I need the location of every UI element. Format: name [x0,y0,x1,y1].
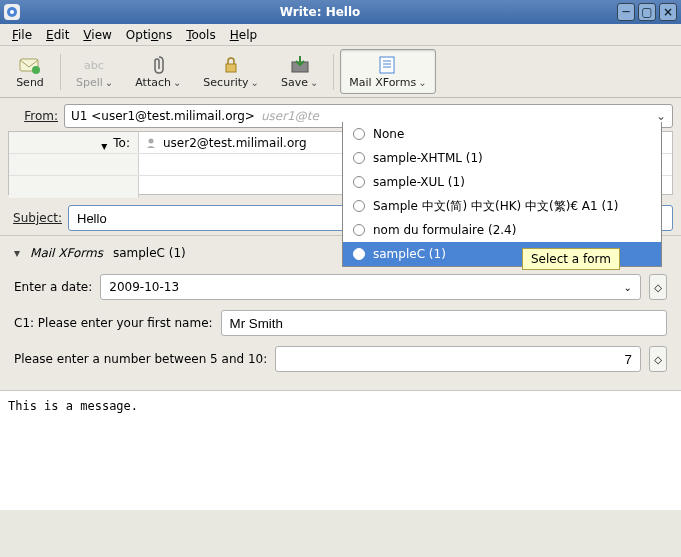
spell-icon: abc [83,54,107,76]
svg-point-11 [149,138,154,143]
name-input[interactable] [221,310,667,336]
from-label: From: [8,109,64,123]
chevron-down-icon: ⌄ [251,77,259,88]
menu-indicator-icon: ▾ [101,139,109,147]
xforms-option[interactable]: sample-XUL (1) [343,170,661,194]
toolbar: Send abc Spell⌄ Attach⌄ Security⌄ Save⌄ … [0,46,681,98]
radio-icon [353,224,365,236]
menu-tools[interactable]: Tools [180,26,222,44]
xforms-option[interactable]: sample-XHTML (1) [343,146,661,170]
number-label: Please enter a number between 5 and 10: [14,352,267,366]
svg-text:abc: abc [84,59,104,72]
svg-point-3 [32,66,40,74]
menu-options[interactable]: Options [120,26,178,44]
radio-icon [353,248,365,260]
menu-help[interactable]: Help [224,26,263,44]
attach-button[interactable]: Attach⌄ [126,49,190,94]
menu-edit[interactable]: Edit [40,26,75,44]
xforms-option[interactable]: Sample 中文(简) 中文(HK) 中文(繁)€ A1 (1) [343,194,661,218]
radio-icon [353,200,365,212]
menubar: File Edit View Options Tools Help [0,24,681,46]
subject-label: Subject: [8,211,68,225]
from-value: U1 <user1@test.milimail.org> [71,109,255,123]
chevron-down-icon: ⌄ [173,77,181,88]
tooltip: Select a form [522,248,620,270]
header-area: From: U1 <user1@test.milimail.org> user1… [0,98,681,235]
save-icon [288,54,312,76]
radio-icon [353,176,365,188]
message-body[interactable]: This is a message. [0,390,681,510]
minimize-button[interactable]: ─ [617,3,635,21]
radio-icon [353,128,365,140]
from-ghost: user1@te [261,109,319,123]
separator [60,54,61,90]
xforms-title: Mail XForms [30,246,103,260]
paperclip-icon [146,54,170,76]
mail-xforms-button[interactable]: Mail XForms⌄ [340,49,435,94]
name-label: C1: Please enter your first name: [14,316,213,330]
xforms-option[interactable]: None [343,122,661,146]
chevron-down-icon: ⌄ [418,77,426,88]
date-spinner[interactable]: ◇ [649,274,667,300]
save-button[interactable]: Save⌄ [272,49,327,94]
address-type-select[interactable]: ▾ To: [9,132,139,153]
close-button[interactable]: × [659,3,677,21]
chevron-down-icon: ⌄ [624,282,632,293]
number-spinner[interactable]: ◇ [649,346,667,372]
xforms-option[interactable]: nom du formulaire (2.4) [343,218,661,242]
person-icon [145,137,157,149]
date-input[interactable]: 2009-10-13⌄ [100,274,641,300]
radio-icon [353,152,365,164]
chevron-down-icon: ⌄ [310,77,318,88]
svg-rect-7 [380,57,394,73]
collapse-toggle[interactable]: ▾ [14,246,20,260]
form-icon [376,54,400,76]
xforms-formname: sampleC (1) [113,246,186,260]
svg-point-1 [10,10,14,14]
chevron-down-icon: ⌄ [656,109,666,123]
lock-icon [219,54,243,76]
security-button[interactable]: Security⌄ [194,49,268,94]
maximize-button[interactable]: ▢ [638,3,656,21]
xforms-dropdown: None sample-XHTML (1) sample-XUL (1) Sam… [342,122,662,267]
menu-file[interactable]: File [6,26,38,44]
send-icon [18,54,42,76]
send-button[interactable]: Send [6,49,54,94]
svg-rect-5 [226,64,236,72]
titlebar: Write: Hello ─ ▢ × [0,0,681,24]
date-label: Enter a date: [14,280,92,294]
menu-view[interactable]: View [77,26,117,44]
chevron-down-icon: ⌄ [105,77,113,88]
app-icon [4,4,20,20]
separator [333,54,334,90]
number-input[interactable] [275,346,641,372]
window-title: Write: Hello [26,5,614,19]
spell-button[interactable]: abc Spell⌄ [67,49,122,94]
